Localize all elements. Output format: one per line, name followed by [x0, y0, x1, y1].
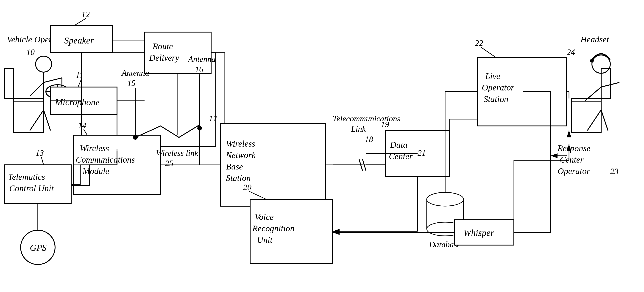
rco-label3: Operator [558, 166, 590, 176]
wcm-label2: Communications [76, 155, 135, 164]
wcm-label1: Wireless [80, 143, 109, 153]
wnbs-label1: Wireless [226, 139, 255, 148]
svg-point-57 [427, 192, 464, 206]
ref-12: 12 [82, 10, 90, 19]
ref-17: 17 [209, 114, 218, 123]
telecom-label1: Telecommunications [333, 114, 400, 123]
antenna16-label: Antenna [188, 54, 216, 64]
route-delivery-label2: Delivery [149, 53, 179, 63]
los-label3: Station [484, 94, 508, 104]
antenna15-label: Antenna [121, 68, 149, 77]
vru-label2: Recognition [252, 224, 294, 233]
ref-21: 21 [418, 148, 426, 157]
microphone-label: Microphone [55, 97, 100, 107]
ref-22: 22 [475, 38, 483, 48]
ref-13: 13 [36, 148, 44, 157]
wireless-link-num: 25 [165, 159, 174, 168]
speaker-label: Speaker [64, 35, 94, 46]
telecom-label2: Link [351, 124, 366, 134]
ref-24: 24 [567, 48, 575, 57]
ref-20: 20 [243, 183, 252, 192]
vru-label3: Unit [257, 235, 273, 245]
rco-label1: Response [557, 143, 590, 153]
wnbs-label3: Base [226, 162, 243, 171]
gps-label: GPS [30, 243, 46, 253]
ref-19: 19 [381, 120, 389, 129]
dc-label2: Center [389, 151, 413, 161]
ref-23: 23 [610, 167, 618, 176]
wcm-label3: Module [82, 166, 109, 176]
antenna15-num: 15 [127, 79, 136, 88]
tcu-label1: Telematics [8, 172, 45, 182]
vru-label1: Voice [255, 212, 274, 222]
diagram-container: Vehicle Operator 10 12 Speaker Route Del… [0, 0, 644, 292]
route-delivery-label: Route [152, 41, 173, 51]
los-label1: Live [485, 71, 500, 81]
ref-11: 11 [76, 71, 83, 80]
ref-10: 10 [26, 48, 35, 57]
los-label2: Operator [482, 83, 514, 92]
rco-label2: Center [560, 155, 584, 164]
ref-18: 18 [365, 135, 373, 144]
ref-14: 14 [78, 121, 86, 130]
wnbs-label4: Station [226, 173, 251, 183]
tcu-label2: Control Unit [9, 183, 54, 193]
wireless-link-label: Wireless link [156, 148, 198, 157]
headset-label: Headset [580, 35, 609, 44]
wnbs-label2: Network [226, 150, 256, 160]
antenna16-num: 16 [195, 65, 203, 74]
whisper-label: Whisper [464, 228, 494, 238]
svg-point-69 [590, 59, 594, 63]
dc-label1: Data [390, 140, 408, 149]
